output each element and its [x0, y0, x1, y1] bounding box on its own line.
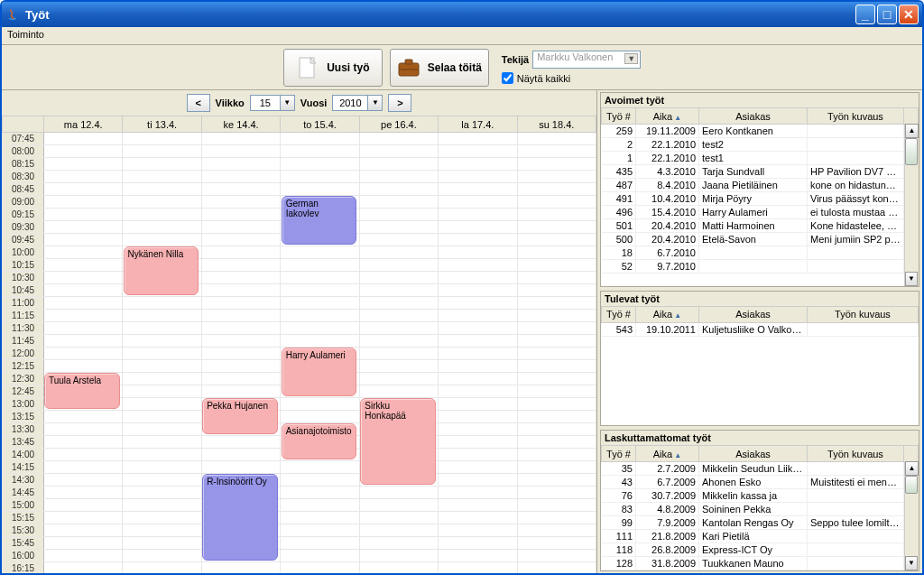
- calendar-cell[interactable]: [517, 297, 596, 310]
- calendar-cell[interactable]: [201, 234, 280, 246]
- calendar-cell[interactable]: [44, 512, 123, 524]
- col-asiakas[interactable]: Asiakas: [699, 446, 808, 462]
- calendar-cell[interactable]: [201, 348, 280, 360]
- calendar-cell[interactable]: [123, 411, 201, 423]
- calendar-cell[interactable]: [359, 145, 438, 158]
- calendar-cell[interactable]: [439, 284, 517, 297]
- table-row[interactable]: 435 4.3.2010 Tarja Sundvall HP Pavilion …: [602, 165, 919, 179]
- calendar-cell[interactable]: [439, 524, 517, 537]
- calendar-cell[interactable]: [439, 145, 517, 158]
- table-row[interactable]: 491 10.4.2010 Mirja Pöyry Virus päässyt …: [602, 192, 919, 206]
- calendar-cell[interactable]: [359, 562, 438, 574]
- scroll-down-icon[interactable]: ▼: [905, 556, 918, 570]
- calendar-cell[interactable]: [123, 461, 201, 474]
- calendar-cell[interactable]: [517, 537, 596, 550]
- calendar-cell[interactable]: [123, 423, 201, 436]
- calendar-cell[interactable]: [44, 196, 123, 209]
- calendar-cell[interactable]: [201, 221, 280, 234]
- calendar-cell[interactable]: [44, 550, 123, 562]
- calendar-cell[interactable]: [439, 461, 517, 474]
- calendar-cell[interactable]: [123, 297, 201, 310]
- scroll-thumb[interactable]: [905, 476, 918, 494]
- calendar-cell[interactable]: [439, 310, 517, 322]
- table-row[interactable]: 118 26.8.2009 Express-ICT Oy: [602, 543, 919, 557]
- calendar-cell[interactable]: [439, 322, 517, 335]
- calendar-event[interactable]: R-Insinöörit Oy: [202, 474, 278, 561]
- calendar-cell[interactable]: [439, 385, 517, 398]
- year-drop-icon[interactable]: ▼: [368, 95, 383, 111]
- calendar-cell[interactable]: [439, 537, 517, 550]
- calendar-cell[interactable]: [44, 284, 123, 297]
- calendar-cell[interactable]: [517, 411, 596, 423]
- calendar-cell[interactable]: [201, 449, 280, 461]
- calendar-cell[interactable]: [281, 133, 359, 145]
- calendar-cell[interactable]: [44, 449, 123, 461]
- calendar-cell[interactable]: [201, 145, 280, 158]
- calendar-cell[interactable]: [201, 461, 280, 474]
- calendar-cell[interactable]: [123, 158, 201, 171]
- table-row[interactable]: 18 6.7.2010: [602, 246, 919, 260]
- calendar-cell[interactable]: [44, 436, 123, 449]
- calendar-cell[interactable]: [439, 234, 517, 246]
- calendar-cell[interactable]: [123, 524, 201, 537]
- table-row[interactable]: 52 9.7.2010: [602, 260, 919, 274]
- calendar-cell[interactable]: [281, 537, 359, 550]
- calendar-cell[interactable]: [517, 221, 596, 234]
- calendar-cell[interactable]: [439, 348, 517, 360]
- calendar-event[interactable]: Pekka Hujanen: [202, 398, 278, 434]
- week-spinner[interactable]: ▼: [250, 95, 295, 111]
- calendar-cell[interactable]: [359, 537, 438, 550]
- calendar-cell[interactable]: [123, 398, 201, 411]
- calendar-cell[interactable]: [359, 348, 438, 360]
- calendar-cell[interactable]: [359, 272, 438, 284]
- calendar-cell[interactable]: [44, 272, 123, 284]
- calendar-cell[interactable]: [123, 221, 201, 234]
- calendar-cell[interactable]: [359, 512, 438, 524]
- col-asiakas[interactable]: Asiakas: [699, 108, 808, 125]
- col-kuvaus[interactable]: Työn kuvaus: [808, 108, 904, 125]
- calendar-cell[interactable]: [44, 499, 123, 512]
- maximize-button[interactable]: □: [877, 5, 897, 24]
- calendar-cell[interactable]: [359, 499, 438, 512]
- calendar-cell[interactable]: [281, 259, 359, 272]
- calendar-cell[interactable]: [123, 512, 201, 524]
- calendar-cell[interactable]: [359, 524, 438, 537]
- scroll-down-icon[interactable]: ▼: [905, 272, 918, 286]
- calendar-cell[interactable]: [439, 398, 517, 411]
- calendar-cell[interactable]: [44, 322, 123, 335]
- col-tyo[interactable]: Työ #: [602, 108, 636, 125]
- calendar-cell[interactable]: [439, 474, 517, 487]
- calendar-cell[interactable]: [201, 436, 280, 449]
- calendar-cell[interactable]: [123, 360, 201, 373]
- calendar-cell[interactable]: [44, 461, 123, 474]
- calendar-cell[interactable]: [359, 133, 438, 145]
- calendar-cell[interactable]: [439, 423, 517, 436]
- calendar-cell[interactable]: [517, 499, 596, 512]
- calendar-cell[interactable]: [517, 284, 596, 297]
- calendar-event[interactable]: Sirkku Honkapää: [360, 398, 436, 485]
- calendar-event[interactable]: Asianajotoimisto: [282, 423, 357, 459]
- col-kuvaus[interactable]: Työn kuvaus: [808, 446, 904, 462]
- calendar-cell[interactable]: [44, 310, 123, 322]
- calendar-cell[interactable]: [123, 234, 201, 246]
- calendar-cell[interactable]: [44, 133, 123, 145]
- calendar-cell[interactable]: [517, 550, 596, 562]
- calendar-cell[interactable]: [439, 436, 517, 449]
- table-row[interactable]: 487 8.4.2010 Jaana Pietiläinen kone on h…: [602, 179, 919, 192]
- calendar-cell[interactable]: [44, 183, 123, 196]
- calendar-cell[interactable]: [201, 133, 280, 145]
- calendar-cell[interactable]: [281, 398, 359, 411]
- calendar-cell[interactable]: [359, 335, 438, 348]
- calendar-cell[interactable]: [201, 297, 280, 310]
- calendar-cell[interactable]: [439, 259, 517, 272]
- calendar-cell[interactable]: [517, 385, 596, 398]
- calendar-cell[interactable]: [123, 550, 201, 562]
- calendar-cell[interactable]: [439, 373, 517, 385]
- calendar-cell[interactable]: [517, 348, 596, 360]
- calendar-cell[interactable]: [201, 209, 280, 221]
- calendar-cell[interactable]: [517, 487, 596, 499]
- calendar-cell[interactable]: [517, 259, 596, 272]
- calendar-cell[interactable]: [123, 310, 201, 322]
- calendar-cell[interactable]: [517, 449, 596, 461]
- calendar-cell[interactable]: [201, 284, 280, 297]
